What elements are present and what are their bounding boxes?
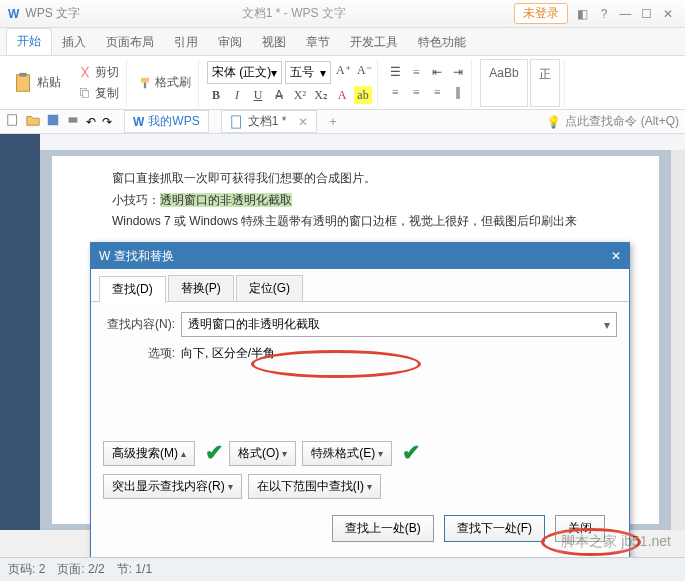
help-icon[interactable]: ?	[595, 7, 613, 21]
options-value: 向下, 区分全/半角	[181, 345, 275, 362]
svg-rect-6	[8, 115, 17, 126]
close-icon[interactable]: ✕	[659, 7, 677, 21]
vertical-scrollbar[interactable]	[671, 150, 685, 530]
font-size-select[interactable]: 五号▾	[285, 61, 331, 84]
document-tab[interactable]: 文档1 *✕	[221, 110, 318, 133]
dialog-icon: W	[99, 249, 110, 263]
style-heading[interactable]: 正	[530, 59, 560, 107]
body-text: 窗口直接抓取一次即可获得我们想要的合成图片。	[112, 168, 599, 190]
app-name: WPS 文字	[25, 5, 80, 22]
tab-insert[interactable]: 插入	[52, 30, 96, 55]
font-color-button[interactable]: A	[333, 86, 351, 104]
dialog-close-icon[interactable]: ✕	[611, 249, 621, 263]
highlighted-text: 透明窗口的非透明化截取	[160, 193, 292, 207]
skin-icon[interactable]: ◧	[574, 7, 592, 21]
dialog-titlebar[interactable]: W 查找和替换 ✕	[91, 243, 629, 269]
status-bar: 页码: 2 页面: 2/2 节: 1/1	[0, 557, 685, 581]
underline-button[interactable]: U	[249, 86, 267, 104]
options-label: 选项:	[103, 345, 175, 362]
find-next-button[interactable]: 查找下一处(F)	[444, 515, 545, 542]
svg-rect-3	[83, 91, 89, 98]
line-spacing-icon[interactable]: ‖	[449, 84, 467, 102]
print-icon[interactable]	[66, 113, 80, 130]
align-left-icon[interactable]: ≡	[386, 84, 404, 102]
status-page[interactable]: 页码: 2	[8, 561, 45, 578]
body-text: Windows 7 或 Windows 特殊主题带有透明的窗口边框，视觉上很好，…	[112, 211, 599, 233]
tab-section[interactable]: 章节	[296, 30, 340, 55]
font-family-select[interactable]: 宋体 (正文)▾	[207, 61, 282, 84]
command-search[interactable]: 💡点此查找命令 (Alt+Q)	[546, 113, 679, 130]
indent-dec-icon[interactable]: ⇤	[428, 64, 446, 82]
tab-view[interactable]: 视图	[252, 30, 296, 55]
dialog-title: 查找和替换	[114, 248, 174, 265]
status-pages[interactable]: 页面: 2/2	[57, 561, 104, 578]
tip-label: 小技巧：	[112, 193, 160, 207]
cut-button[interactable]: 剪切	[75, 63, 122, 82]
find-replace-dialog: W 查找和替换 ✕ 查找(D) 替换(P) 定位(G) 查找内容(N): 透明窗…	[90, 242, 630, 561]
chevron-down-icon: ▾	[604, 318, 610, 332]
new-icon[interactable]	[6, 113, 20, 130]
highlight-button[interactable]: ab	[354, 86, 372, 104]
quick-access-bar: ↶ ↷ W我的WPS 文档1 *✕ ＋ 💡点此查找命令 (Alt+Q)	[0, 110, 685, 134]
align-right-icon[interactable]: ≡	[428, 84, 446, 102]
vertical-ruler[interactable]	[0, 150, 40, 530]
find-prev-button[interactable]: 查找上一处(B)	[332, 515, 434, 542]
svg-rect-9	[231, 115, 240, 127]
indent-inc-icon[interactable]: ⇥	[449, 64, 467, 82]
special-format-button[interactable]: 特殊格式(E)▾	[302, 441, 392, 466]
undo-icon[interactable]: ↶	[86, 115, 96, 129]
tab-replace[interactable]: 替换(P)	[168, 275, 234, 301]
watermark: 脚本之家 jb51.net	[555, 531, 677, 553]
tab-layout[interactable]: 页面布局	[96, 30, 164, 55]
svg-rect-8	[69, 117, 78, 122]
svg-rect-0	[17, 74, 30, 91]
svg-rect-7	[48, 115, 59, 126]
tab-goto[interactable]: 定位(G)	[236, 275, 303, 301]
save-icon[interactable]	[46, 113, 60, 130]
tab-find[interactable]: 查找(D)	[99, 276, 166, 302]
numbering-icon[interactable]: ≡	[407, 64, 425, 82]
find-content-input[interactable]: 透明窗口的非透明化截取▾	[181, 312, 617, 337]
bullets-icon[interactable]: ☰	[386, 64, 404, 82]
shrink-font-icon[interactable]: A⁻	[355, 61, 373, 79]
subscript-button[interactable]: X₂	[312, 86, 330, 104]
tab-reference[interactable]: 引用	[164, 30, 208, 55]
bold-button[interactable]: B	[207, 86, 225, 104]
document-title: 文档1 * - WPS 文字	[80, 5, 508, 22]
grow-font-icon[interactable]: A⁺	[334, 61, 352, 79]
align-center-icon[interactable]: ≡	[407, 84, 425, 102]
tab-close-icon[interactable]: ✕	[298, 115, 308, 129]
advanced-search-button[interactable]: 高级搜索(M)▴	[103, 441, 195, 466]
ribbon-tabs: 开始 插入 页面布局 引用 审阅 视图 章节 开发工具 特色功能	[0, 28, 685, 56]
open-icon[interactable]	[26, 113, 40, 130]
italic-button[interactable]: I	[228, 86, 246, 104]
search-scope-button[interactable]: 在以下范围中查找(I)▾	[248, 474, 381, 499]
tab-features[interactable]: 特色功能	[408, 30, 476, 55]
wps-home-tab[interactable]: W我的WPS	[124, 110, 209, 133]
title-bar: W WPS 文字 文档1 * - WPS 文字 未登录 ◧ ? — ☐ ✕	[0, 0, 685, 28]
redo-icon[interactable]: ↷	[102, 115, 112, 129]
highlight-results-button[interactable]: 突出显示查找内容(R)▾	[103, 474, 242, 499]
login-badge[interactable]: 未登录	[514, 3, 568, 24]
copy-button[interactable]: 复制	[75, 84, 122, 103]
superscript-button[interactable]: X²	[291, 86, 309, 104]
svg-rect-4	[141, 77, 149, 82]
horizontal-ruler[interactable]	[0, 134, 685, 150]
find-content-label: 查找内容(N):	[103, 316, 175, 333]
strike-button[interactable]: A̶	[270, 86, 288, 104]
add-tab-icon[interactable]: ＋	[327, 113, 339, 130]
dialog-tabs: 查找(D) 替换(P) 定位(G)	[91, 269, 629, 302]
app-logo-icon: W	[8, 7, 19, 21]
window-controls: ◧ ? — ☐ ✕	[574, 7, 677, 21]
maximize-icon[interactable]: ☐	[638, 7, 656, 21]
tab-devtools[interactable]: 开发工具	[340, 30, 408, 55]
tab-start[interactable]: 开始	[6, 28, 52, 55]
tab-review[interactable]: 审阅	[208, 30, 252, 55]
minimize-icon[interactable]: —	[616, 7, 634, 21]
paste-button[interactable]: 粘贴	[6, 72, 67, 94]
style-normal[interactable]: AaBb	[480, 59, 527, 107]
status-section[interactable]: 节: 1/1	[117, 561, 152, 578]
format-button[interactable]: 格式(O)▾	[229, 441, 296, 466]
svg-rect-5	[144, 82, 146, 88]
format-painter-button[interactable]: 格式刷	[135, 73, 194, 92]
